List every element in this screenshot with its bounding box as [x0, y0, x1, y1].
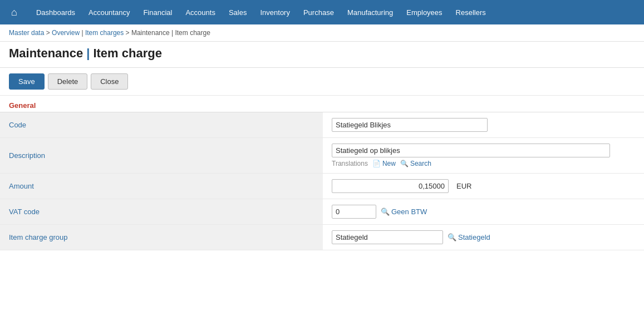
label-vatcode: VAT code [0, 199, 323, 225]
cell-amount: EUR [323, 174, 644, 199]
cell-description: Translations 📄 New 🔍 Search [323, 138, 644, 174]
nav-item-sales[interactable]: Sales [222, 0, 254, 24]
nav-item-manufacturing[interactable]: Manufacturing [341, 0, 400, 24]
vatcode-search-icon: 🔍 [381, 208, 390, 216]
search-translation-link[interactable]: 🔍 Search [400, 160, 431, 167]
nav-item-employees[interactable]: Employees [400, 0, 449, 24]
label-itemchargegroup: Item charge group [0, 225, 323, 250]
input-amount[interactable] [332, 179, 449, 193]
breadcrumb-item-charge: Item charge [175, 29, 210, 37]
nav-item-purchase[interactable]: Purchase [297, 0, 341, 24]
translations-row: Translations 📄 New 🔍 Search [332, 160, 635, 167]
nav-item-accounts[interactable]: Accounts [179, 0, 222, 24]
page-title: Maintenance|Item charge [0, 42, 644, 68]
form-row-description: Description Translations 📄 New 🔍 Search [0, 138, 644, 174]
search-icon: 🔍 [400, 160, 409, 167]
nav-item-resellers[interactable]: Resellers [449, 0, 493, 24]
input-itemchargegroup[interactable] [332, 230, 443, 244]
itemgroup-lookup-link[interactable]: 🔍 Statiegeld [448, 233, 490, 241]
input-description[interactable] [332, 144, 610, 157]
nav-item-financial[interactable]: Financial [136, 0, 179, 24]
input-code[interactable] [332, 118, 488, 132]
nav-item-inventory[interactable]: Inventory [253, 0, 296, 24]
breadcrumb-maintenance: Maintenance [131, 29, 170, 37]
form-row-vatcode: VAT code 🔍 Geen BTW [0, 199, 644, 225]
form-row-amount: Amount EUR [0, 174, 644, 199]
page-title-part2: Item charge [93, 46, 162, 60]
save-button[interactable]: Save [9, 73, 45, 90]
translations-label: Translations [332, 160, 368, 167]
cell-code [323, 112, 644, 138]
breadcrumb-master-data[interactable]: Master data [9, 29, 44, 37]
label-description: Description [0, 138, 323, 174]
breadcrumb-item-charges[interactable]: Item charges [85, 29, 124, 37]
currency-label: EUR [456, 182, 471, 190]
form-row-code: Code [0, 112, 644, 138]
cell-vatcode: 🔍 Geen BTW [323, 199, 644, 225]
close-button[interactable]: Close [91, 73, 128, 90]
breadcrumb: Master data > Overview | Item charges > … [0, 24, 644, 42]
vatcode-lookup-link[interactable]: 🔍 Geen BTW [381, 208, 427, 216]
itemgroup-lookup-label: Statiegeld [458, 233, 490, 241]
section-general-header: General [0, 96, 644, 112]
form-row-itemchargegroup: Item charge group 🔍 Statiegeld [0, 225, 644, 250]
top-navigation: ⌂ Dashboards Accountancy Financial Accou… [0, 0, 644, 24]
input-vatcode[interactable] [332, 205, 376, 219]
delete-button[interactable]: Delete [48, 73, 88, 90]
page-title-part1: Maintenance [9, 46, 83, 60]
home-icon[interactable]: ⌂ [4, 0, 24, 24]
new-doc-icon: 📄 [372, 160, 381, 167]
label-amount: Amount [0, 174, 323, 199]
vatcode-lookup-label: Geen BTW [391, 208, 427, 216]
toolbar: Save Delete Close [0, 68, 644, 96]
nav-item-accountancy[interactable]: Accountancy [82, 0, 136, 24]
nav-item-dashboards[interactable]: Dashboards [30, 0, 82, 24]
form-table: Code Description Translations 📄 New 🔍 [0, 112, 644, 250]
itemgroup-search-icon: 🔍 [448, 233, 456, 241]
breadcrumb-overview[interactable]: Overview [52, 29, 80, 37]
new-translation-link[interactable]: 📄 New [372, 160, 396, 167]
cell-itemchargegroup: 🔍 Statiegeld [323, 225, 644, 250]
label-code: Code [0, 112, 323, 138]
